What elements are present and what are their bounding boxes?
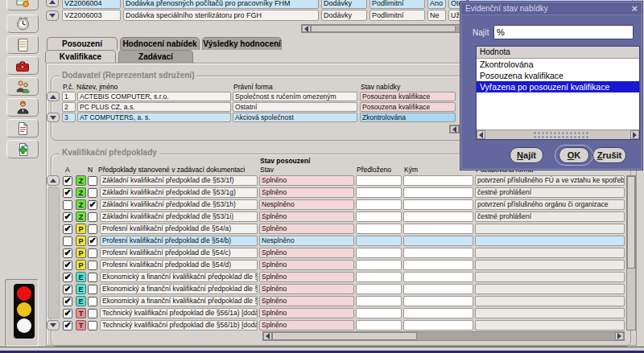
toolbar-button-toolbox[interactable] bbox=[6, 56, 39, 75]
checkbox-n[interactable]: ✔ bbox=[88, 200, 97, 210]
cell-requirement[interactable]: Základní kvalifikační předpoklad dle §53… bbox=[100, 175, 258, 186]
cell-predlozeno[interactable] bbox=[356, 272, 402, 282]
scrollbar-thumb[interactable] bbox=[311, 25, 456, 32]
cell-predlozeno[interactable] bbox=[356, 236, 402, 246]
scroll-left-button[interactable] bbox=[302, 25, 311, 32]
scrollbar-thumb[interactable] bbox=[627, 176, 635, 269]
cell-supplier-legal-form[interactable]: Akciová společnost bbox=[233, 113, 357, 122]
scroll-left-button[interactable] bbox=[450, 125, 459, 133]
cell-requirement[interactable]: Ekonomický a finanční kvalifikační předp… bbox=[100, 284, 258, 294]
checkbox-a[interactable] bbox=[63, 200, 72, 210]
cell-requirement[interactable]: Profesní kvalifikační předpoklad dle §54… bbox=[100, 224, 258, 234]
checkbox-n[interactable] bbox=[88, 212, 97, 222]
qualification-hscrollbar[interactable] bbox=[262, 331, 625, 341]
toolbar-button-contacts[interactable] bbox=[6, 77, 39, 96]
cell-stav[interactable]: Splněno bbox=[259, 284, 354, 294]
find-button[interactable]: Najít bbox=[510, 147, 543, 163]
scroll-right-button[interactable] bbox=[615, 332, 624, 340]
toolbar-button-add-document[interactable] bbox=[6, 140, 39, 158]
cell-kym[interactable] bbox=[403, 284, 473, 294]
cell-stav[interactable]: Splněno bbox=[259, 320, 354, 330]
cell-requirement[interactable]: Ekonomický a finanční kvalifikační předp… bbox=[100, 272, 258, 282]
checkbox-a[interactable] bbox=[63, 236, 72, 246]
toolbar-button-notebook[interactable] bbox=[6, 35, 39, 54]
cell-stav[interactable]: Nesplněno bbox=[259, 199, 354, 210]
cell-predlozeno[interactable] bbox=[356, 211, 402, 222]
cell-requirement[interactable]: Základní kvalifikační předpoklad dle §53… bbox=[100, 211, 258, 222]
tab-posouzeni[interactable]: Posouzení bbox=[47, 37, 118, 50]
cell-kym[interactable] bbox=[403, 224, 473, 234]
cell-forma[interactable] bbox=[475, 248, 625, 258]
toolbar-button-document[interactable] bbox=[6, 119, 39, 138]
checkbox-a[interactable]: ✔ bbox=[63, 188, 72, 198]
cell-predlozeno[interactable] bbox=[356, 320, 402, 330]
cell-stav[interactable]: Splněno bbox=[259, 272, 354, 282]
cell-requirement[interactable]: Technický kvalifikační předpoklad dle §5… bbox=[100, 308, 258, 318]
checkbox-n[interactable] bbox=[88, 309, 97, 318]
cell-stav[interactable]: Splněno bbox=[259, 260, 354, 270]
cell-kym[interactable] bbox=[403, 211, 473, 222]
cell-predlozeno[interactable] bbox=[356, 199, 402, 210]
cell-predlozeno[interactable] bbox=[356, 248, 402, 258]
checkbox-n[interactable] bbox=[88, 176, 97, 186]
cancel-button[interactable]: Zrušit bbox=[592, 147, 626, 163]
cell-forma[interactable] bbox=[475, 284, 625, 294]
scrollbar-thumb[interactable] bbox=[272, 332, 417, 340]
checkbox-a[interactable]: ✔ bbox=[63, 285, 72, 294]
ok-button[interactable]: OK bbox=[559, 147, 589, 163]
checkbox-a[interactable]: ✔ bbox=[63, 248, 72, 258]
listbox-hscrollbar[interactable] bbox=[477, 129, 639, 139]
checkbox-a[interactable]: ✔ bbox=[63, 297, 72, 306]
row-selector-up[interactable] bbox=[46, 0, 59, 7]
cell-forma[interactable] bbox=[475, 260, 625, 270]
cell-forma[interactable]: potvrzení příslušného orgánu či organiza… bbox=[475, 199, 625, 210]
supplier-row-down[interactable] bbox=[47, 113, 60, 122]
checkbox-n[interactable] bbox=[88, 188, 97, 198]
cell-supplier-name[interactable]: ACTEBIS COMPUTER, s.r.o. bbox=[77, 92, 231, 101]
cell-stav[interactable]: Splněno bbox=[259, 224, 354, 234]
checkbox-n[interactable] bbox=[88, 224, 97, 234]
cell-supplier-num[interactable]: 2 bbox=[62, 102, 76, 112]
cell-requirement[interactable]: Profesní kvalifikační předpoklad dle §54… bbox=[100, 248, 258, 258]
cell-kym[interactable] bbox=[403, 272, 473, 282]
cell-supplier-bid-status[interactable]: Posouzena kvalifikace bbox=[360, 102, 456, 112]
checkbox-n[interactable] bbox=[88, 261, 97, 270]
dialog-titlebar[interactable]: Evidenční stav nabídky bbox=[461, 2, 642, 15]
toolbar-button-person[interactable] bbox=[6, 98, 39, 117]
cell-tender-subject[interactable]: Dodávka přenosných počítačů pro pracovní… bbox=[123, 0, 319, 9]
cell-supplier-num[interactable]: 1 bbox=[62, 92, 76, 101]
cell-kym[interactable] bbox=[403, 199, 473, 210]
qualification-row-up[interactable] bbox=[47, 175, 60, 186]
cell-supplier-bid-status[interactable]: Posouzena kvalifikace bbox=[360, 92, 456, 101]
toolbar-button-clock[interactable] bbox=[6, 14, 39, 33]
tab-zadavaci-podminky[interactable]: Zadávací podmínky bbox=[118, 50, 193, 63]
cell-forma[interactable] bbox=[475, 224, 625, 234]
cell-supplier-num[interactable]: 3 bbox=[62, 113, 76, 122]
cell-forma[interactable] bbox=[475, 236, 625, 246]
cell-kym[interactable] bbox=[403, 187, 473, 198]
list-item-selected[interactable]: Vyřazena po posouzení kvalifikace bbox=[477, 81, 639, 92]
list-item[interactable]: Zkontrolována bbox=[477, 59, 639, 70]
checkbox-n[interactable] bbox=[88, 273, 97, 282]
cell-tender-code[interactable]: VZ2006004 bbox=[62, 0, 121, 9]
cell-forma[interactable] bbox=[475, 296, 625, 306]
tab-hodnoceni-nabidek[interactable]: Hodnocení nabídek bbox=[120, 37, 200, 50]
checkbox-a[interactable]: ✔ bbox=[63, 321, 72, 330]
cell-requirement[interactable]: Profesní kvalifikační předpoklad dle §54… bbox=[100, 236, 258, 246]
cell-kym[interactable] bbox=[403, 175, 473, 186]
cell-stav[interactable]: Splněno bbox=[259, 308, 354, 318]
checkbox-a[interactable]: ✔ bbox=[63, 261, 72, 270]
checkbox-n[interactable] bbox=[88, 248, 97, 258]
checkbox-a[interactable]: ✔ bbox=[63, 309, 72, 318]
cell-predlozeno[interactable] bbox=[356, 284, 402, 294]
checkbox-n[interactable] bbox=[88, 285, 97, 294]
cell-forma[interactable]: potvrzení příslušného FÚ a ve vztahu ke … bbox=[475, 175, 625, 186]
cell-requirement[interactable]: Ekonomický a finanční kvalifikační předp… bbox=[100, 296, 258, 306]
checkbox-n[interactable] bbox=[88, 321, 97, 330]
cell-predlozeno[interactable] bbox=[356, 224, 402, 234]
cell-stav[interactable]: Nesplněno bbox=[259, 236, 354, 246]
tab-kvalifikace[interactable]: Kvalifikace bbox=[45, 50, 116, 63]
cell-requirement[interactable]: Základní kvalifikační předpoklad dle §53… bbox=[100, 187, 258, 198]
row-selector-down[interactable] bbox=[46, 10, 59, 21]
cell-supplier-name[interactable]: AT COMPUTERS, a. s. bbox=[77, 113, 231, 122]
